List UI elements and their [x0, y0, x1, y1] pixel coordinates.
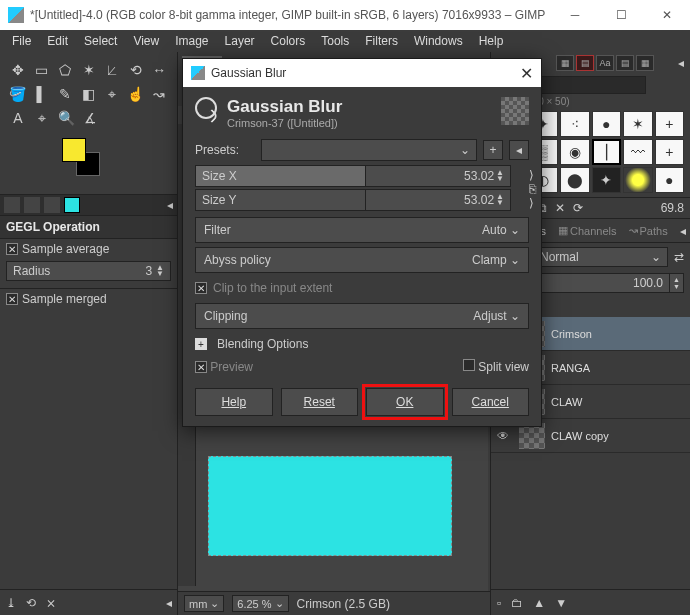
text-tool[interactable]: A	[6, 106, 30, 130]
mode-select[interactable]: Normal ⌄	[533, 247, 668, 267]
clone-tool[interactable]: ⌖	[100, 82, 124, 106]
size-y-input[interactable]: 53.02▲▼	[365, 189, 511, 211]
menu-colors[interactable]: Colors	[263, 31, 314, 51]
visibility-icon[interactable]: 👁	[497, 429, 513, 443]
del-brush-icon[interactable]: ✕	[551, 199, 569, 217]
close-button[interactable]: ✕	[644, 0, 690, 30]
fuzzy-select-tool[interactable]: ✶	[77, 58, 101, 82]
brushes-tab-icon[interactable]: ▦	[556, 55, 574, 71]
color-picker-tool[interactable]: ⌖	[30, 106, 54, 130]
color-swatches[interactable]	[62, 138, 102, 178]
smudge-tool[interactable]: ☝	[124, 82, 148, 106]
preset-add-button[interactable]: +	[483, 140, 503, 160]
menu-help[interactable]: Help	[471, 31, 512, 51]
brush-item[interactable]: ⁖	[560, 111, 590, 137]
tab-menu-icon[interactable]: ◂	[167, 198, 173, 212]
fg-color-swatch[interactable]	[62, 138, 86, 162]
chain-link-icon[interactable]: ⟩⎘⟩	[523, 168, 541, 210]
brush-item[interactable]: ●	[655, 167, 685, 193]
clip-extent-checkbox[interactable]: ✕	[195, 282, 207, 294]
menu-windows[interactable]: Windows	[406, 31, 471, 51]
brush-item[interactable]: +	[655, 111, 685, 137]
brush-item[interactable]: ◉	[560, 139, 590, 165]
brush-item[interactable]: 〰	[623, 139, 653, 165]
fonts-tab-icon[interactable]: Aa	[596, 55, 614, 71]
move-tool[interactable]: ✥	[6, 58, 30, 82]
measure-tool[interactable]: ∡	[78, 106, 102, 130]
refresh-icon[interactable]: ⟳	[569, 199, 587, 217]
crop-tool[interactable]: ⟀	[100, 58, 124, 82]
brush-item[interactable]: ✶	[623, 111, 653, 137]
preview-checkbox[interactable]: ✕	[195, 361, 207, 373]
rotate-tool[interactable]: ⟲	[124, 58, 148, 82]
pencil-tool[interactable]: ✎	[53, 82, 77, 106]
mode-switch-icon[interactable]: ⇄	[674, 250, 684, 264]
dialog-icon	[191, 66, 205, 80]
save-icon[interactable]: ⤓	[6, 596, 16, 610]
brush-item[interactable]	[623, 167, 653, 193]
clipping-select[interactable]: Clipping Adjust ⌄	[195, 303, 529, 329]
dock-menu-icon[interactable]: ◂	[680, 224, 686, 238]
down-icon[interactable]: ▼	[555, 596, 567, 610]
history-tab-icon[interactable]: ▤	[616, 55, 634, 71]
canvas-preview[interactable]	[208, 456, 452, 556]
delete-icon[interactable]: ⨯	[46, 596, 56, 610]
menu-select[interactable]: Select	[76, 31, 125, 51]
filter-select[interactable]: Filter Auto ⌄	[195, 217, 529, 243]
restore-icon[interactable]: ⟲	[26, 596, 36, 610]
menu-layer[interactable]: Layer	[217, 31, 263, 51]
tab-menu-icon[interactable]: ◂	[678, 56, 684, 70]
tab-icon[interactable]	[24, 197, 40, 213]
sample-average-checkbox[interactable]: ✕	[6, 243, 18, 255]
expand-icon[interactable]: +	[195, 338, 207, 350]
tab-icon[interactable]	[4, 197, 20, 213]
up-icon[interactable]: ▲	[533, 596, 545, 610]
reset-button[interactable]: Reset	[281, 388, 359, 416]
preset-manage-button[interactable]: ◂	[509, 140, 529, 160]
size-x-input[interactable]: 53.02▲▼	[365, 165, 511, 187]
extra-tab-icon[interactable]: ▦	[636, 55, 654, 71]
menu-view[interactable]: View	[125, 31, 167, 51]
free-select-tool[interactable]: ⬠	[53, 58, 77, 82]
sample-merged-checkbox[interactable]: ✕	[6, 293, 18, 305]
rect-select-tool[interactable]: ▭	[30, 58, 54, 82]
cancel-button[interactable]: Cancel	[452, 388, 530, 416]
menu-file[interactable]: File	[4, 31, 39, 51]
paths-tab[interactable]: ↝Paths	[623, 221, 674, 240]
channels-tab[interactable]: ▦Channels	[552, 221, 622, 240]
radius-spinner-icon[interactable]: ▲▼	[156, 265, 164, 277]
brush-item[interactable]: +	[655, 139, 685, 165]
unit-select[interactable]: mm⌄	[184, 595, 224, 612]
radius-field[interactable]: Radius 3 ▲▼	[6, 261, 171, 281]
minimize-button[interactable]: ─	[552, 0, 598, 30]
menu-image[interactable]: Image	[167, 31, 216, 51]
brush-item[interactable]: ⬤	[560, 167, 590, 193]
patterns-tab-icon[interactable]: ▤	[576, 55, 594, 71]
size-x-label: Size X	[195, 165, 365, 187]
menu-tools[interactable]: Tools	[313, 31, 357, 51]
help-button[interactable]: Help	[195, 388, 273, 416]
tab-icon-image[interactable]	[64, 197, 80, 213]
eraser-tool[interactable]: ◧	[77, 82, 101, 106]
new-layer-icon[interactable]: ▫	[497, 596, 501, 610]
reset-icon[interactable]: ◂	[166, 596, 172, 610]
brush-item[interactable]: ✦	[592, 167, 622, 193]
zoom-tool[interactable]: 🔍	[54, 106, 78, 130]
brush-item-selected[interactable]: ⎮	[592, 139, 622, 165]
dialog-close-button[interactable]: ✕	[520, 64, 533, 83]
menu-filters[interactable]: Filters	[357, 31, 406, 51]
ok-button[interactable]: OK	[366, 388, 444, 416]
tab-icon[interactable]	[44, 197, 60, 213]
abyss-select[interactable]: Abyss policy Clamp ⌄	[195, 247, 529, 273]
bucket-tool[interactable]: 🪣	[6, 82, 30, 106]
maximize-button[interactable]: ☐	[598, 0, 644, 30]
path-tool[interactable]: ↝	[147, 82, 171, 106]
menu-edit[interactable]: Edit	[39, 31, 76, 51]
split-view-checkbox[interactable]	[463, 359, 475, 371]
zoom-select[interactable]: 6.25 %⌄	[232, 595, 288, 612]
brush-item[interactable]: ●	[592, 111, 622, 137]
scale-tool[interactable]: ↔	[147, 58, 171, 82]
presets-select[interactable]: ⌄	[261, 139, 477, 161]
group-icon[interactable]: 🗀	[511, 596, 523, 610]
gradient-tool[interactable]: ▌	[30, 82, 54, 106]
